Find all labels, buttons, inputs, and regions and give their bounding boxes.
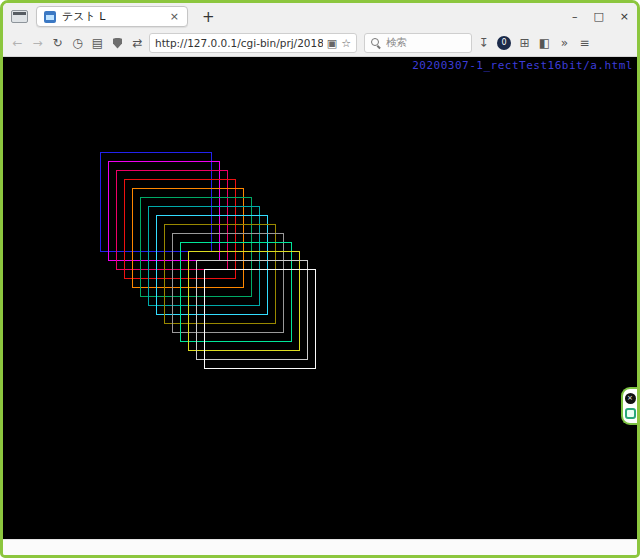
tab-favicon-icon bbox=[44, 11, 56, 23]
search-placeholder: 検索 bbox=[386, 36, 407, 50]
maximize-button[interactable]: □ bbox=[593, 10, 603, 23]
title-bar: テスト L × + – □ × bbox=[3, 3, 637, 30]
swap-arrows-icon[interactable]: ⇄ bbox=[129, 34, 146, 52]
overflow-icon[interactable]: » bbox=[556, 34, 573, 52]
url-bar[interactable]: http://127.0.0.1/cgi-bin/prj/20180128-ho… bbox=[149, 33, 357, 53]
search-icon bbox=[371, 38, 381, 48]
status-bar bbox=[3, 539, 637, 555]
reader-view-icon[interactable]: ▤ bbox=[89, 34, 106, 52]
tab-close-icon[interactable]: × bbox=[169, 10, 180, 23]
picture-in-picture-icon[interactable]: ▣ bbox=[327, 37, 337, 50]
tracking-shield-icon[interactable] bbox=[113, 38, 122, 49]
browser-window: テスト L × + – □ × ← → ↻ ◷ ▤ ⇄ http://127.0… bbox=[0, 0, 640, 558]
reload-icon[interactable]: ↻ bbox=[49, 34, 66, 52]
history-icon[interactable]: ◷ bbox=[69, 34, 86, 52]
page-content: 20200307-1_rectTest16bit/a.html × bbox=[3, 57, 637, 539]
extensions-icon[interactable]: ⊞ bbox=[516, 34, 533, 52]
floating-extension-widget[interactable]: × bbox=[621, 387, 637, 425]
sidebar-icon[interactable]: ◧ bbox=[536, 34, 553, 52]
download-icon[interactable]: ↧ bbox=[475, 34, 492, 52]
minimize-button[interactable]: – bbox=[572, 10, 578, 23]
menu-icon[interactable]: ≡ bbox=[576, 34, 593, 52]
url-text[interactable]: http://127.0.0.1/cgi-bin/prj/20180128-ho… bbox=[155, 37, 323, 49]
widget-close-icon[interactable]: × bbox=[625, 393, 636, 404]
new-tab-button[interactable]: + bbox=[196, 8, 221, 26]
page-heading-link[interactable]: 20200307-1_rectTest16bit/a.html bbox=[412, 59, 633, 72]
forward-icon[interactable]: → bbox=[29, 34, 46, 52]
tab-title: テスト L bbox=[62, 9, 163, 24]
widget-app-icon[interactable] bbox=[625, 408, 636, 419]
close-button[interactable]: × bbox=[620, 10, 629, 23]
browser-tab[interactable]: テスト L × bbox=[36, 6, 188, 27]
adblock-badge-icon[interactable]: 0 bbox=[497, 36, 511, 50]
window-controls: – □ × bbox=[572, 10, 629, 23]
bookmark-star-icon[interactable]: ☆ bbox=[341, 37, 351, 50]
back-icon[interactable]: ← bbox=[9, 34, 26, 52]
navigation-bar: ← → ↻ ◷ ▤ ⇄ http://127.0.0.1/cgi-bin/prj… bbox=[3, 30, 637, 57]
outlined-rect-13 bbox=[204, 269, 316, 369]
window-menu-icon[interactable] bbox=[11, 10, 28, 23]
search-input[interactable]: 検索 bbox=[364, 33, 472, 53]
